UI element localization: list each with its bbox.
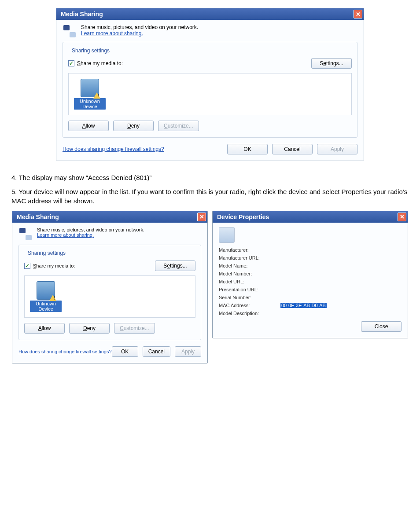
allow-button[interactable]: AllowAllow bbox=[68, 121, 109, 131]
group-label: Sharing settings bbox=[70, 48, 111, 54]
value-model-number bbox=[280, 271, 402, 276]
value-presentation-url bbox=[280, 287, 402, 292]
dialog-title: Device Properties bbox=[217, 213, 269, 220]
device-list[interactable]: ! Unknown Device bbox=[68, 73, 352, 115]
intro-text: Share music, pictures, and video on your… bbox=[81, 24, 198, 30]
device-icon bbox=[219, 227, 235, 243]
label-mac-address: MAC Address: bbox=[219, 303, 280, 308]
share-media-checkbox[interactable]: ✓ SShare my media to:hare my media to: bbox=[68, 60, 123, 66]
deny-button[interactable]: DenyDeny bbox=[113, 121, 154, 131]
device-item-unknown[interactable]: ! Unknown Device bbox=[74, 79, 106, 110]
firewall-link[interactable]: How does sharing change firewall setting… bbox=[63, 146, 164, 152]
warning-overlay-icon bbox=[49, 295, 56, 301]
close-icon[interactable]: ✕ bbox=[354, 10, 362, 18]
value-manufacturer-url bbox=[280, 255, 402, 260]
checkbox-icon: ✓ bbox=[24, 263, 30, 269]
cancel-button[interactable]: Cancel bbox=[272, 144, 313, 154]
device-list[interactable]: ! Unknown Device bbox=[24, 275, 195, 318]
sharing-settings-group: Sharing settings ✓ Share my media to:Sha… bbox=[18, 245, 201, 340]
deny-button[interactable]: DenyDeny bbox=[69, 323, 110, 334]
share-media-label: Share my media to:Share my media to: bbox=[33, 263, 75, 268]
value-model-name bbox=[280, 263, 402, 268]
learn-more-link[interactable]: Learn more about sharing. bbox=[81, 30, 143, 37]
device-properties-dialog: Device Properties ✕ Manufacturer: Manufa… bbox=[212, 211, 408, 338]
apply-button: Apply bbox=[175, 346, 201, 357]
network-icon bbox=[63, 24, 77, 38]
customize-button: Customize...Customize... bbox=[114, 323, 155, 334]
device-label: Unknown Device bbox=[30, 301, 62, 312]
value-model-url bbox=[280, 279, 402, 284]
intro-text: Share music, pictures, and video on your… bbox=[37, 227, 144, 232]
dialog-title: Media Sharing bbox=[17, 213, 59, 220]
label-manufacturer-url: Manufacturer URL: bbox=[219, 255, 280, 260]
close-icon[interactable]: ✕ bbox=[398, 213, 406, 221]
step-4-text: 4. The display may show “Access Denied (… bbox=[11, 173, 409, 182]
close-icon[interactable]: ✕ bbox=[197, 213, 206, 221]
warning-overlay-icon bbox=[93, 92, 100, 99]
network-icon bbox=[18, 227, 33, 241]
step-5-text: 5. Your device will now appear in the li… bbox=[11, 187, 409, 205]
settings-button[interactable]: Settings...Settings... bbox=[311, 58, 352, 69]
settings-button[interactable]: Settings...Settings... bbox=[155, 260, 195, 271]
label-serial-number: Serial Number: bbox=[219, 295, 280, 300]
titlebar: Device Properties ✕ bbox=[213, 211, 408, 223]
device-icon: ! bbox=[81, 79, 99, 97]
value-serial-number bbox=[280, 295, 402, 300]
firewall-link[interactable]: How does sharing change firewall setting… bbox=[18, 349, 112, 354]
share-media-label: SShare my media to:hare my media to: bbox=[77, 60, 123, 66]
ok-button[interactable]: OK bbox=[227, 144, 268, 154]
dialog-title: Media Sharing bbox=[61, 11, 103, 18]
label-presentation-url: Presentation URL: bbox=[219, 287, 280, 292]
cancel-button[interactable]: Cancel bbox=[143, 346, 170, 357]
checkbox-icon: ✓ bbox=[68, 60, 74, 66]
value-manufacturer bbox=[280, 247, 402, 253]
value-model-description bbox=[280, 311, 402, 316]
label-model-number: Model Number: bbox=[219, 271, 280, 276]
group-label: Sharing settings bbox=[26, 250, 67, 256]
apply-button: Apply bbox=[317, 144, 357, 154]
customize-button: Customize...Customize... bbox=[158, 121, 199, 131]
titlebar: Media Sharing ✕ bbox=[12, 211, 207, 223]
label-model-name: Model Name: bbox=[219, 263, 280, 268]
ok-button[interactable]: OK bbox=[112, 346, 138, 357]
value-mac-address: 00-0E-3E-AB-D0-AB bbox=[280, 303, 402, 308]
media-sharing-dialog-small: Media Sharing ✕ Share music, pictures, a… bbox=[12, 211, 208, 363]
device-item-unknown[interactable]: ! Unknown Device bbox=[30, 281, 62, 312]
device-icon: ! bbox=[37, 281, 55, 300]
allow-button[interactable]: AllowAllow bbox=[24, 323, 65, 334]
close-button[interactable]: Close bbox=[361, 321, 402, 332]
label-model-description: Model Description: bbox=[219, 311, 280, 316]
device-label: Unknown Device bbox=[74, 98, 106, 110]
label-manufacturer: Manufacturer: bbox=[219, 247, 280, 253]
titlebar: Media Sharing ✕ bbox=[56, 8, 364, 20]
sharing-settings-group: Sharing settings ✓ SShare my media to:ha… bbox=[63, 42, 357, 138]
learn-more-link[interactable]: Learn more about sharing. bbox=[37, 232, 94, 238]
media-sharing-dialog-large: Media Sharing ✕ Share music, pictures, a… bbox=[56, 8, 364, 161]
label-model-url: Model URL: bbox=[219, 279, 280, 284]
share-media-checkbox[interactable]: ✓ Share my media to:Share my media to: bbox=[24, 263, 75, 269]
